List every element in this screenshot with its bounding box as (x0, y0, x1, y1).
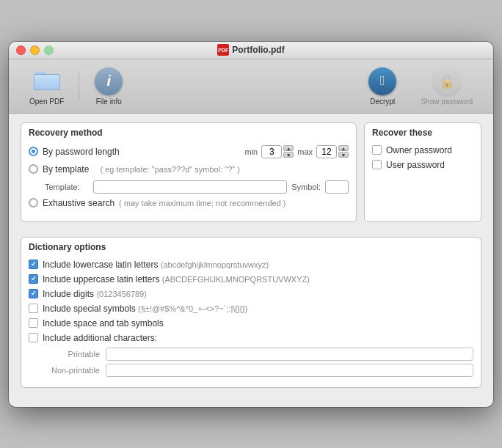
uppercase-label: Include uppercase latin letters (ABCDEFG… (43, 274, 310, 284)
lowercase-label-text: Include lowercase latin letters (43, 260, 158, 270)
template-input-row: Template: Symbol: (45, 180, 349, 194)
additional-item[interactable]: Include additional characters: (29, 333, 473, 343)
maximize-button[interactable] (44, 45, 54, 55)
max-label: max (297, 147, 313, 156)
min-field: ▲ ▼ (261, 145, 294, 158)
max-input[interactable] (316, 145, 337, 158)
min-label: min (244, 147, 258, 156)
digits-checkbox[interactable]: ✓ (29, 289, 38, 298)
dictionary-options-panel: Dictionary options ✓ Include lowercase l… (21, 237, 481, 388)
printable-input[interactable] (106, 348, 473, 361)
space-label: Include space and tab symbols (43, 318, 164, 328)
exhaustive-search-option[interactable]: Exhaustive search ( may take maximum tim… (29, 198, 349, 208)
uppercase-hint: (ABCDEFGHIJKLMNOPQRSTUVWXYZ) (162, 275, 310, 284)
show-password-button[interactable]: 🔒 Show password (409, 64, 484, 109)
user-password-item[interactable]: User password (372, 160, 473, 170)
template-radio[interactable] (29, 164, 38, 174)
password-length-radio[interactable] (29, 147, 38, 156)
special-label-text: Include special symbols (43, 304, 136, 314)
exhaustive-radio[interactable] (29, 198, 38, 208)
recover-these-title: Recover these (365, 123, 481, 141)
recovery-method-title: Recovery method (21, 123, 356, 141)
file-info-icon-box: i (94, 67, 123, 96)
decrypt-icon-box: 𓂀 (368, 67, 397, 96)
space-checkbox[interactable] (29, 318, 38, 328)
lowercase-checkbox[interactable]: ✓ (29, 260, 38, 269)
recover-these-body: Owner password User password (365, 141, 481, 182)
template-hint (93, 165, 95, 174)
top-row: Recovery method By password length min (21, 122, 481, 229)
max-down-button[interactable]: ▼ (338, 152, 349, 158)
min-down-button[interactable]: ▼ (283, 152, 294, 158)
lowercase-hint: (abcdefghijklmnopqrstuvwxyz) (161, 260, 269, 269)
additional-checkbox[interactable] (29, 333, 38, 342)
min-up-button[interactable]: ▲ (283, 145, 294, 151)
special-label: Include special symbols (§±!@#$%^&*0_+-<… (43, 304, 247, 314)
check-mark-2: ✓ (31, 276, 37, 282)
special-checkbox[interactable] (29, 304, 38, 313)
show-password-label: Show password (421, 98, 473, 106)
decrypt-button[interactable]: 𓂀 Decrypt (356, 64, 409, 109)
digits-item[interactable]: ✓ Include digits (0123456789) (29, 289, 473, 299)
user-password-checkbox[interactable] (372, 160, 382, 169)
lowercase-item[interactable]: ✓ Include lowercase latin letters (abcde… (29, 260, 473, 270)
dictionary-options-title: Dictionary options (21, 238, 481, 255)
special-hint: (§±!@#$%^&*0_+-<>?~`;:|\[]{}) (138, 304, 247, 313)
user-password-label: User password (386, 160, 445, 170)
printable-label: Printable (45, 350, 100, 359)
file-info-label: File info (96, 98, 122, 106)
space-item[interactable]: Include space and tab symbols (29, 318, 473, 328)
by-template-section: By template ( eg template: "pass???d" sy… (29, 164, 349, 194)
title-bar: PDF Portfolio.pdf (217, 44, 284, 56)
recovery-method-body: By password length min ▲ ▼ ma (21, 141, 356, 221)
special-item[interactable]: Include special symbols (§±!@#$%^&*0_+-<… (29, 304, 473, 314)
close-button[interactable] (16, 45, 26, 55)
by-template-option[interactable]: By template ( eg template: "pass???d" sy… (29, 164, 349, 175)
decrypt-label: Decrypt (370, 98, 395, 106)
minimize-button[interactable] (30, 45, 40, 55)
max-up-button[interactable]: ▲ (338, 145, 349, 151)
decrypt-icon: 𓂀 (368, 67, 396, 95)
uppercase-item[interactable]: ✓ Include uppercase latin letters (ABCDE… (29, 274, 473, 284)
digits-label: Include digits (0123456789) (43, 289, 147, 299)
recovery-method-panel: Recovery method By password length min (21, 122, 357, 222)
owner-password-item[interactable]: Owner password (372, 145, 473, 155)
radio-dot (32, 150, 35, 153)
password-length-label: By password length (43, 147, 120, 157)
window-title: Portfolio.pdf (232, 45, 284, 55)
titlebar: PDF Portfolio.pdf (9, 42, 493, 59)
symbol-field-input[interactable] (325, 180, 349, 194)
digits-label-text: Include digits (43, 289, 94, 299)
lock-symbol: 🔒 (439, 73, 455, 89)
min-input[interactable] (261, 145, 282, 158)
file-info-button[interactable]: i File info (82, 64, 135, 109)
template-hint-text: ( eg template: "pass???d" symbol: "?" ) (100, 165, 240, 174)
exhaustive-hint: ( may take maximum time; not recommended… (119, 199, 285, 208)
info-symbol: i (106, 73, 111, 89)
template-field-input[interactable] (93, 180, 287, 194)
max-field: ▲ ▼ (316, 145, 349, 158)
toolbar-separator-1 (79, 71, 79, 100)
password-length-row: By password length min ▲ ▼ ma (29, 145, 349, 158)
template-field-label: Template: (45, 183, 89, 191)
nonprintable-label: Non-printable (45, 366, 100, 375)
printable-row: Printable (45, 348, 473, 361)
minmax-controls: min ▲ ▼ max (244, 145, 349, 158)
show-password-icon-box: 🔒 (432, 67, 462, 96)
folder-icon (34, 71, 60, 92)
folder-body (34, 74, 60, 90)
toolbar: Open PDF i File info 𓂀 Decrypt � (9, 59, 493, 114)
check-mark-3: ✓ (31, 290, 37, 297)
by-password-length-option[interactable]: By password length (29, 147, 239, 157)
eye-symbol: 𓂀 (380, 73, 385, 89)
uppercase-checkbox[interactable]: ✓ (29, 274, 38, 284)
pdf-icon: PDF (217, 44, 229, 56)
owner-password-checkbox[interactable] (372, 145, 382, 155)
additional-label: Include additional characters: (43, 333, 157, 343)
nonprintable-row: Non-printable (45, 364, 473, 377)
nonprintable-input[interactable] (106, 364, 473, 377)
lowercase-label: Include lowercase latin letters (abcdefg… (43, 260, 269, 270)
min-spinner: ▲ ▼ (283, 145, 294, 158)
open-pdf-button[interactable]: Open PDF (18, 64, 76, 109)
owner-password-label: Owner password (386, 145, 452, 155)
